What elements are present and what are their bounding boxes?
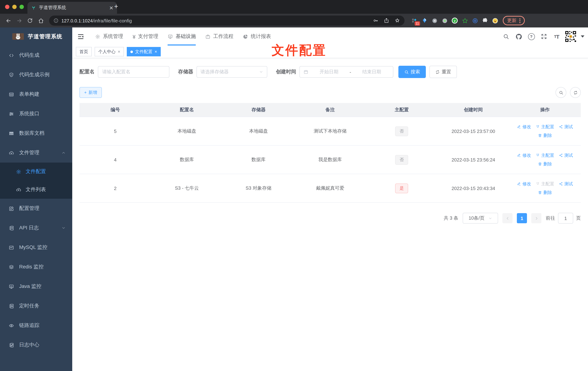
master-config-link-disabled[interactable]: 主配置 (536, 181, 554, 187)
extension-tampermonkey-icon[interactable]: 11 (411, 17, 418, 24)
edit-pen-icon (517, 182, 521, 186)
next-page-button[interactable] (531, 213, 541, 223)
page-number-current[interactable]: 1 (517, 213, 527, 223)
sidebar-item-form-builder[interactable]: 表单构建 (0, 85, 72, 104)
sidebar-item-config-manage[interactable]: 配置管理 (0, 199, 72, 218)
test-link[interactable]: 测试 (559, 152, 573, 159)
sidebar-item-scheduled-task[interactable]: 定时任务 (0, 296, 72, 316)
storage-select[interactable]: 请选择存储器 (197, 66, 267, 78)
extension-gray-dot-icon[interactable] (441, 17, 448, 24)
sidebar-item-java-monitor[interactable]: Java 监控 (0, 277, 72, 296)
add-button[interactable]: + 新增 (79, 87, 102, 98)
url-text: 127.0.0.1:1024/infra/file/file-config (61, 18, 132, 23)
profile-avatar-emoji-icon[interactable] (492, 17, 498, 24)
toggle-search-button[interactable] (556, 87, 566, 98)
filter-name-label: 配置名 (79, 69, 95, 75)
tag-profile[interactable]: 个人中心 × (95, 47, 124, 56)
extension-eye-icon[interactable] (472, 17, 478, 24)
prev-page-button[interactable] (502, 213, 513, 223)
sidebar-item-tracing[interactable]: 链路追踪 (0, 316, 72, 335)
github-icon[interactable] (514, 32, 523, 41)
magnet-icon (536, 182, 540, 186)
top-menu-system[interactable]: 系统管理 (90, 27, 128, 45)
tag-file-config[interactable]: 文件配置 × (127, 47, 161, 56)
sidebar-item-api-log[interactable]: API 日志 (0, 218, 72, 238)
password-key-icon[interactable] (373, 18, 378, 23)
sidebar-item-redis-monitor[interactable]: Redis 监控 (0, 257, 72, 277)
chrome-update-button[interactable]: 更新 (503, 16, 525, 25)
sidebar-item-system-api[interactable]: 系统接口 (0, 104, 72, 124)
tag-close-icon[interactable]: × (155, 50, 157, 54)
search-icon[interactable] (501, 32, 511, 41)
sidebar-item-code-demo[interactable]: 代码生成示例 (0, 65, 72, 85)
share-icon[interactable] (384, 18, 389, 23)
refresh-table-button[interactable] (570, 87, 581, 98)
test-link[interactable]: 测试 (559, 181, 573, 187)
form-grid-icon (9, 92, 14, 97)
master-config-link[interactable]: 主配置 (536, 124, 554, 130)
back-icon[interactable] (4, 16, 13, 25)
sidebar-item-db-doc[interactable]: 数据库文档 (0, 124, 72, 143)
log-doc-icon (9, 225, 14, 231)
extension-star-icon[interactable] (462, 17, 468, 24)
extension-y-green-icon[interactable]: y (452, 17, 458, 24)
edit-link[interactable]: 修改 (517, 181, 531, 187)
reset-button[interactable]: 重置 (430, 66, 457, 78)
extension-command-icon[interactable]: ⌘ (431, 17, 438, 24)
tag-close-icon[interactable]: × (118, 50, 120, 54)
sidebar-item-file-config[interactable]: 文件配置 (0, 163, 72, 181)
filter-storage-label: 存储器 (178, 69, 193, 75)
goto-page-input[interactable]: 1 (558, 213, 573, 224)
site-info-icon[interactable] (53, 18, 59, 23)
extension-kite-icon[interactable] (421, 17, 428, 24)
shield-check-icon (9, 72, 14, 77)
reload-icon[interactable] (25, 16, 35, 25)
help-icon[interactable]: ? (527, 32, 536, 41)
forward-icon[interactable] (14, 16, 24, 25)
delete-link[interactable]: 删除 (538, 190, 552, 196)
sidebar-item-mysql-monitor[interactable]: MySQL 监控 (0, 238, 72, 257)
delete-link[interactable]: 删除 (538, 161, 552, 167)
top-menu-pay[interactable]: ¥ 支付管理 (128, 27, 163, 45)
table-row: 5 本地磁盘 本地磁盘 测试下本地存储 否 2022-03-15 23:57:0… (79, 117, 581, 145)
config-name-input[interactable]: 请输入配置名 (98, 66, 169, 78)
fullscreen-icon[interactable] (539, 32, 549, 41)
font-size-icon[interactable]: TT (552, 32, 561, 41)
sidebar-item-file-list[interactable]: 文件列表 (0, 181, 72, 199)
top-menu-report[interactable]: 统计报表 (238, 27, 276, 45)
zoom-window-button[interactable] (20, 5, 24, 9)
minimize-window-button[interactable] (12, 5, 17, 9)
sidebar-item-file-manage[interactable]: 文件管理 (0, 143, 72, 163)
avatar-dropdown-caret-icon[interactable] (581, 35, 584, 38)
bookmark-star-icon[interactable] (394, 18, 400, 23)
top-menu: 系统管理 ¥ 支付管理 基础设施 工作流程 (90, 27, 276, 45)
date-separator: - (350, 69, 351, 74)
sidebar-item-log-center[interactable]: 日志中心 (0, 335, 72, 355)
edit-link[interactable]: 修改 (517, 152, 531, 159)
date-range-input[interactable]: 开始日期 - 结束日期 (299, 66, 393, 78)
address-bar[interactable]: 127.0.0.1:1024/infra/file/file-config (49, 16, 405, 26)
refresh-icon (435, 70, 440, 74)
search-button[interactable]: 搜索 (398, 66, 426, 78)
top-menu-infra[interactable]: 基础设施 (163, 27, 201, 45)
edit-link[interactable]: 修改 (517, 124, 531, 130)
sidebar-item-code-gen[interactable]: 代码生成 (0, 45, 72, 65)
sidebar: 芋道管理系统 代码生成 代码生成示例 表单构建 系统接口 数据库文档 (0, 27, 72, 371)
chrome-menu-icon[interactable] (519, 18, 520, 23)
share-test-icon (559, 182, 563, 186)
active-dot (130, 50, 133, 53)
user-avatar-qr[interactable] (565, 30, 577, 43)
new-tab-button[interactable]: + (114, 3, 118, 10)
top-menu-workflow[interactable]: 工作流程 (201, 27, 238, 45)
extension-puzzle-icon[interactable] (482, 17, 488, 24)
tab-close-icon[interactable]: ✕ (109, 5, 113, 10)
close-window-button[interactable] (5, 5, 9, 9)
home-icon[interactable] (36, 16, 45, 25)
browser-tab[interactable]: 芋道管理系统 ✕ (27, 2, 117, 14)
tag-home[interactable]: 首页 (76, 47, 92, 56)
page-size-select[interactable]: 10条/页 (463, 213, 498, 224)
test-link[interactable]: 测试 (559, 124, 573, 130)
delete-link[interactable]: 删除 (538, 132, 552, 138)
master-config-link[interactable]: 主配置 (536, 152, 554, 159)
sidebar-collapse-icon[interactable] (74, 30, 87, 43)
